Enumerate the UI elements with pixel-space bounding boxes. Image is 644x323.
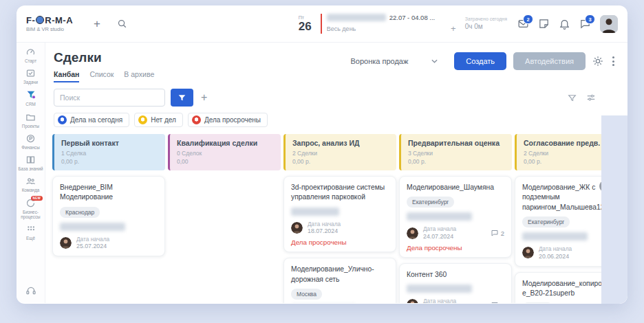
city-tag: Москва <box>522 302 553 303</box>
redacted-client <box>407 285 472 293</box>
overdue-status: Дела просрочены <box>407 244 504 252</box>
tab-archive[interactable]: В архиве <box>124 70 154 82</box>
page-title: Сделки <box>54 50 154 65</box>
city-tag: Москва <box>291 289 322 300</box>
chevron-down-icon <box>431 59 438 63</box>
sidebar-item-team[interactable]: Команда <box>17 176 45 192</box>
deal-card[interactable]: Моделирование_Шаумяна Екатеринбург Дата … <box>399 176 512 258</box>
column-header[interactable]: Предварительная оценка 3 Сделки 0,00 р. <box>399 134 512 170</box>
deal-card[interactable]: Внедрение_BIM Моделирование Краснодар Да… <box>52 176 165 256</box>
top-bar: F-OR-M-A BIM & VR studio + Пт 26 22.07 -… <box>17 5 627 43</box>
background-cutout <box>601 115 627 304</box>
create-button[interactable]: Создать <box>454 52 506 70</box>
search-input[interactable] <box>54 89 165 107</box>
support-icon[interactable] <box>25 285 36 296</box>
tab-kanban[interactable]: Канбан <box>54 70 79 82</box>
event-dates: 22.07 - 04.08 ... <box>389 14 436 21</box>
comment-bubble-icon <box>491 301 499 303</box>
chip-overdue[interactable]: Дела просрочены <box>188 113 268 127</box>
sidebar-item-finance[interactable]: Финансы <box>17 133 45 150</box>
tab-list[interactable]: Список <box>89 70 114 82</box>
settings-gear-icon[interactable] <box>592 56 603 67</box>
bell-icon[interactable] <box>559 18 570 30</box>
deal-title: Контент 360 <box>407 270 504 280</box>
projects-icon <box>25 112 36 122</box>
deal-title: Моделирование_Улично-дорожная сеть <box>291 265 389 285</box>
event-allday-label: Весь день <box>327 25 356 32</box>
assignee-avatar <box>407 299 418 303</box>
more-icon <box>25 224 36 234</box>
column-header[interactable]: Квалификация сделки 0 Сделок 0,00 <box>168 134 281 170</box>
add-filter-button[interactable]: + <box>201 91 207 104</box>
deal-card[interactable]: 3d-проектирование системы управления пар… <box>283 176 396 252</box>
assignee-avatar <box>522 247 534 258</box>
kanban-column-qualification: Квалификация сделки 0 Сделок 0,00 <box>168 134 281 303</box>
sidebar-item-start[interactable]: Старт <box>17 47 45 63</box>
filter-button[interactable] <box>171 89 193 107</box>
company-logo[interactable]: F-OR-M-A BIM & VR studio <box>26 16 73 32</box>
toolbar-right-icons <box>568 93 596 102</box>
logo-o-icon: O <box>36 16 44 24</box>
logo-text: R-M-A <box>45 16 73 25</box>
current-event[interactable]: 22.07 - 04.08 ... Весь день + <box>321 14 456 34</box>
start-date: 20.06.2024 <box>539 253 572 260</box>
calendar-date[interactable]: Пт 26 <box>299 15 312 32</box>
time-spent-label: Затрачено сегодня <box>465 16 507 22</box>
funnel-selector[interactable]: Воронка продаж <box>350 57 438 65</box>
city-tag: Екатеринбург <box>522 216 570 227</box>
finance-icon <box>25 133 36 144</box>
chip-no-activities[interactable]: Нет дел <box>134 113 183 127</box>
kebab-menu-icon[interactable] <box>610 54 616 68</box>
redacted-client <box>407 212 472 221</box>
start-date: 24.07.2024 <box>423 233 456 241</box>
city-tag: Екатеринбург <box>407 197 454 208</box>
deal-title: 3d-проектирование системы управления пар… <box>291 183 389 203</box>
user-avatar[interactable] <box>600 15 618 33</box>
mail-badge: 2 <box>523 14 533 24</box>
mail-icon[interactable]: 2 <box>517 18 529 30</box>
logo-text: F- <box>26 16 35 25</box>
comment-bubble-icon <box>491 229 499 237</box>
sidebar-item-processes[interactable]: NEW Бизнес-процессы <box>17 198 45 219</box>
comments-indicator[interactable]: 3 <box>491 301 504 303</box>
city-tag: Краснодар <box>60 207 100 218</box>
topbar-right-cluster: Пт 26 22.07 - 04.08 ... Весь день + Затр… <box>299 14 618 34</box>
kanban-column-first-contact: Первый контакт 1 Сделка 0,00 р. Внедрени… <box>52 134 165 303</box>
logo-subtitle: BIM & VR studio <box>26 27 73 32</box>
column-header[interactable]: Первый контакт 1 Сделка 0,00 р. <box>52 134 165 170</box>
kanban-board: Первый контакт 1 Сделка 0,00 р. Внедрени… <box>45 134 627 303</box>
start-date: 25.07.2024 <box>76 243 109 250</box>
blue-dot-icon <box>58 115 67 124</box>
assignee-avatar <box>291 222 303 234</box>
sidebar-item-crm[interactable]: CRM <box>17 89 45 107</box>
crm-icon <box>25 89 36 100</box>
chat-icon[interactable]: 3 <box>579 18 591 30</box>
quick-add-button[interactable]: + <box>94 17 100 31</box>
sliders-icon[interactable] <box>586 93 596 102</box>
sidebar-item-projects[interactable]: Проекты <box>17 112 45 129</box>
sidebar-item-tasks[interactable]: Задачи <box>17 68 45 85</box>
search-icon[interactable] <box>117 19 127 29</box>
redacted-event-name <box>327 14 386 21</box>
sidebar-item-more[interactable]: Ещё <box>17 224 45 241</box>
assignee-avatar <box>407 227 418 239</box>
team-icon <box>25 176 36 186</box>
chip-today[interactable]: Дела на сегодня <box>54 113 129 127</box>
sidebar-item-knowledge[interactable]: База знаний <box>17 155 45 171</box>
kanban-column-request-analysis: Запрос, анализ ИД 2 Сделки 0,00 р. 3d-пр… <box>283 134 396 303</box>
funnel-small-icon[interactable] <box>568 93 577 102</box>
autoactions-button[interactable]: Автодействия <box>513 52 586 70</box>
comments-indicator[interactable]: 2 <box>491 229 504 237</box>
view-tabs: Канбан Список В архиве <box>54 70 154 82</box>
start-date: 18.07.2024 <box>308 227 341 235</box>
add-event-button[interactable]: + <box>451 23 456 34</box>
start-icon <box>25 47 36 57</box>
funnel-selector-value: Воронка продаж <box>350 57 408 65</box>
knowledge-icon <box>25 155 36 165</box>
tasks-icon <box>25 68 36 78</box>
deal-card[interactable]: Контент 360 Дата начала11.07.2024 3 Дела… <box>399 263 512 303</box>
new-badge: NEW <box>31 196 43 201</box>
column-header[interactable]: Запрос, анализ ИД 2 Сделки 0,00 р. <box>283 134 396 170</box>
deal-card[interactable]: Моделирование_Улично-дорожная сеть Москв… <box>283 258 396 303</box>
notes-icon[interactable] <box>538 18 550 30</box>
